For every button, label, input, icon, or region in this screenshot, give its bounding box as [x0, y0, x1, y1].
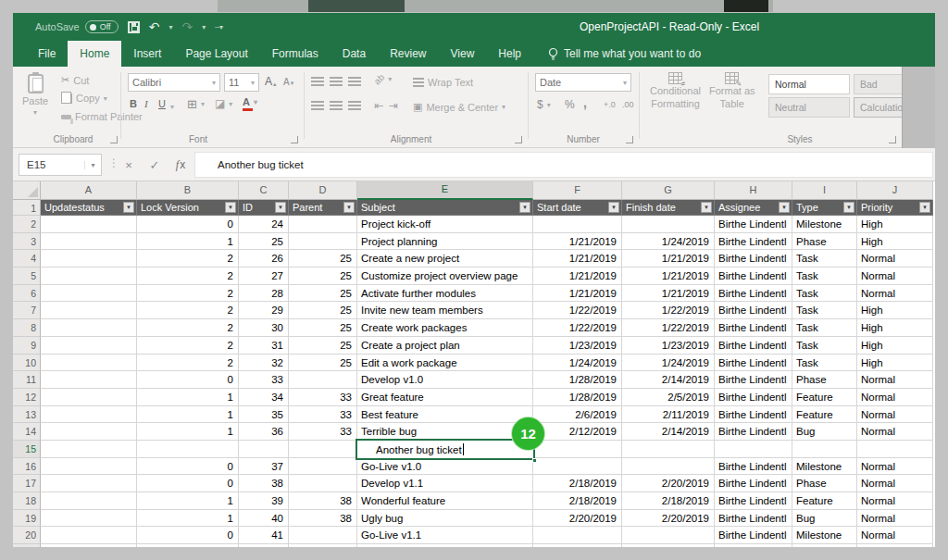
cell[interactable]: 27 [239, 268, 289, 285]
cell[interactable]: 2/20/2019 [533, 510, 622, 528]
cell[interactable] [533, 544, 622, 547]
cell[interactable]: 33 [289, 389, 357, 406]
cell[interactable]: Birthe Lindentl [715, 458, 792, 476]
cell[interactable] [715, 441, 792, 458]
cell[interactable]: Wonderful feature [357, 492, 533, 510]
cell[interactable]: 26 [239, 250, 289, 268]
cell[interactable]: Birthe Lindentl [715, 355, 792, 372]
cell[interactable]: 1/22/2019 [622, 302, 715, 319]
align-top-icon[interactable] [311, 77, 324, 86]
cell[interactable]: 2/18/2019 [533, 475, 622, 492]
cell[interactable] [533, 441, 622, 458]
cell[interactable] [137, 441, 239, 458]
cell[interactable]: 24 [239, 216, 289, 233]
filter-button[interactable]: ▼ [343, 202, 355, 213]
filter-button[interactable]: ▼ [843, 202, 854, 213]
cell[interactable]: 2/20/2019 [622, 510, 715, 528]
cell[interactable] [41, 371, 137, 389]
cell[interactable]: Task [792, 250, 857, 268]
cell[interactable]: 33 [289, 406, 357, 424]
alignment-dialog-launcher-icon[interactable] [515, 136, 522, 143]
cell[interactable]: Ugly bug [357, 510, 533, 528]
cell[interactable]: 41 [239, 527, 289, 544]
font-family-select[interactable]: Calibri ▾ [128, 73, 220, 92]
cell[interactable]: 1/24/2019 [622, 355, 715, 372]
cell[interactable]: 28 [239, 285, 289, 303]
filter-button[interactable]: ▼ [123, 202, 134, 213]
cell[interactable] [857, 544, 933, 547]
tab-data[interactable]: Data [331, 41, 378, 67]
cell[interactable] [41, 423, 137, 441]
cell[interactable] [622, 458, 715, 476]
cell[interactable] [289, 441, 357, 458]
header-cell-start-date[interactable]: Start date▼ [533, 200, 622, 216]
cell[interactable] [41, 527, 137, 544]
fill-color-button[interactable]: ◪▾ [215, 97, 232, 110]
cell[interactable]: Birthe Lindentl [715, 233, 792, 251]
column-header-F[interactable]: F [533, 181, 622, 200]
column-header-G[interactable]: G [622, 181, 715, 200]
header-cell-finish-date[interactable]: Finish date▼ [622, 200, 715, 216]
cell[interactable] [41, 268, 137, 285]
header-cell-subject[interactable]: Subject▼ [357, 200, 533, 216]
tab-formulas[interactable]: Formulas [260, 41, 331, 67]
conditional-formatting-button[interactable]: ≠ Conditional Formatting [650, 72, 701, 110]
name-box[interactable]: E15 ▾ [19, 154, 102, 176]
cell[interactable]: Create a new project [357, 250, 533, 268]
cell[interactable] [41, 250, 137, 268]
editing-cell-e15[interactable]: Another bug ticket [356, 439, 535, 460]
row-header-1[interactable]: 1 [13, 200, 41, 216]
cell[interactable]: 2/12/2019 [533, 423, 622, 441]
style-item-normal[interactable]: Normal [768, 74, 850, 94]
cell[interactable]: 25 [289, 337, 357, 355]
cell[interactable]: Normal [857, 285, 933, 303]
cell[interactable]: 38 [239, 475, 289, 492]
cell[interactable] [622, 441, 715, 458]
cell[interactable]: 1 [137, 510, 239, 528]
cell[interactable] [289, 233, 357, 251]
cell[interactable] [289, 475, 357, 492]
cell[interactable] [622, 527, 715, 544]
orientation-button[interactable]: ab▾ [374, 74, 392, 84]
row-header-10[interactable]: 10 [13, 355, 41, 372]
cell[interactable]: Feature [792, 406, 857, 424]
number-format-select[interactable]: Date ▾ [535, 73, 631, 92]
tab-insert[interactable]: Insert [121, 41, 173, 67]
cell[interactable]: 38 [289, 510, 357, 528]
style-item-neutral[interactable]: Neutral [768, 97, 850, 118]
cell[interactable]: 1/28/2019 [533, 371, 622, 389]
cell[interactable]: Normal [857, 527, 933, 544]
cell[interactable]: High [857, 337, 933, 355]
row-header-3[interactable]: 3 [13, 233, 41, 251]
cell[interactable]: 33 [289, 423, 357, 441]
filter-button[interactable]: ▼ [701, 202, 712, 213]
cell[interactable]: High [857, 355, 933, 372]
row-header-7[interactable]: 7 [13, 302, 41, 319]
align-right-icon[interactable] [348, 101, 361, 110]
cell[interactable]: 2 [137, 268, 239, 285]
cell[interactable]: 1/21/2019 [533, 250, 622, 268]
cell[interactable]: 0 [137, 371, 239, 389]
cell[interactable]: High [857, 216, 933, 233]
row-header-21[interactable]: 21 [13, 544, 41, 547]
cell[interactable]: Activate further modules [357, 285, 533, 303]
cell[interactable]: Normal [857, 371, 933, 389]
redo-icon[interactable]: ↷ [181, 20, 193, 33]
cell[interactable]: 1/22/2019 [533, 302, 622, 319]
clipboard-dialog-launcher-icon[interactable] [110, 136, 118, 143]
align-bottom-icon[interactable] [348, 77, 361, 86]
fill-handle[interactable] [532, 458, 537, 463]
cell[interactable]: Normal [857, 510, 933, 528]
cell[interactable]: 1 [137, 233, 239, 251]
underline-dropdown-icon[interactable]: ▾ [170, 103, 174, 111]
cell[interactable] [41, 216, 137, 233]
cell[interactable]: Normal [857, 406, 933, 424]
cell[interactable]: Task [792, 285, 857, 303]
cell[interactable]: Bug [792, 423, 857, 441]
cell[interactable]: 38 [289, 492, 357, 510]
cell[interactable]: Task [792, 319, 857, 337]
cell[interactable]: Birthe Lindentl [715, 527, 792, 544]
header-cell-priority[interactable]: Priority▼ [857, 200, 933, 216]
filter-button[interactable]: ▼ [225, 202, 236, 213]
cell[interactable]: Birthe Lindentl [715, 492, 792, 510]
